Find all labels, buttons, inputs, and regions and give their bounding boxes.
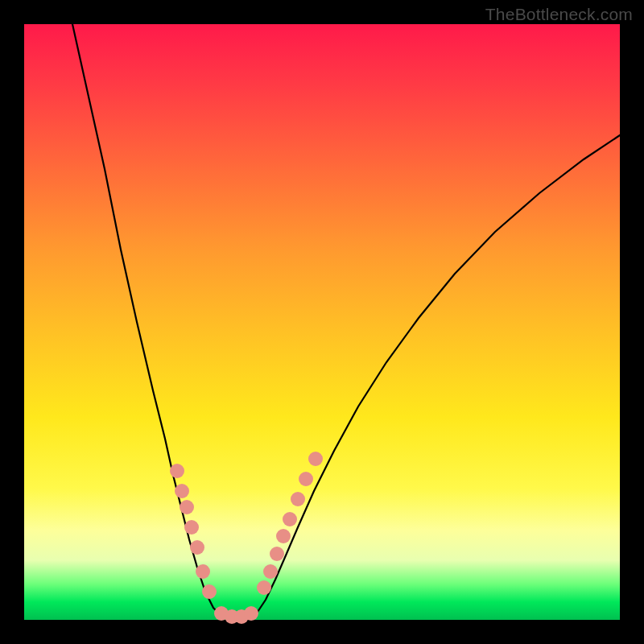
chart-area <box>24 24 620 620</box>
data-point-marker <box>257 580 271 595</box>
data-point-marker <box>180 500 194 514</box>
data-point-marker <box>184 520 199 535</box>
bottleneck-curve-plot <box>24 24 620 620</box>
curve-markers <box>170 452 323 624</box>
data-point-marker <box>263 564 278 579</box>
data-point-marker <box>175 484 189 498</box>
data-point-marker <box>170 464 184 478</box>
curve-right <box>248 135 620 618</box>
watermark-text: TheBottleneck.com <box>485 5 633 24</box>
data-point-marker <box>308 452 323 466</box>
data-point-marker <box>276 529 291 543</box>
data-point-marker <box>291 492 305 506</box>
data-point-marker <box>202 584 217 599</box>
data-point-marker <box>244 606 258 621</box>
data-point-marker <box>196 564 210 579</box>
data-point-marker <box>299 472 313 486</box>
data-point-marker <box>270 547 284 561</box>
data-point-marker <box>190 540 204 555</box>
data-point-marker <box>283 512 297 526</box>
curve-left <box>72 24 232 618</box>
